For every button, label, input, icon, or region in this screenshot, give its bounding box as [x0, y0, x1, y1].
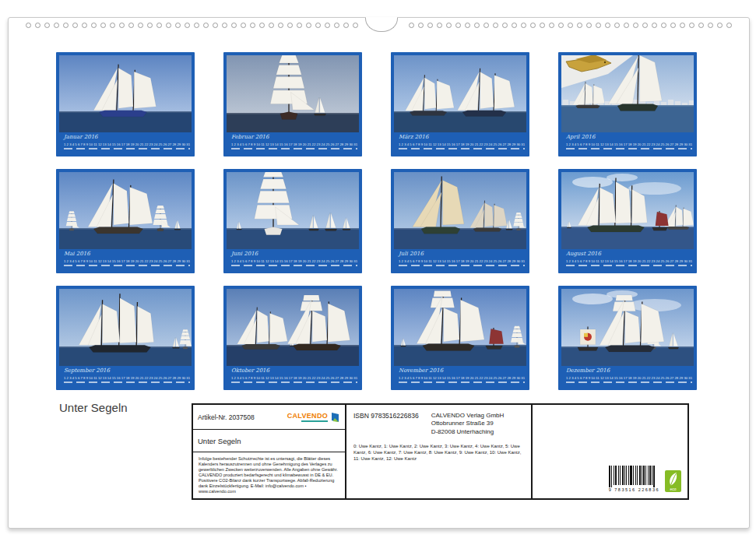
month-strip: Oktober 2016 1 2 3 4 5 6 7 8 9 10 11 12 … [227, 366, 359, 390]
binding-hole [474, 23, 480, 28]
binding-hole [512, 23, 517, 28]
binding-hole [315, 23, 321, 28]
binding-hole [194, 23, 199, 28]
calvendo-logo-text: CALVENDO [287, 413, 328, 422]
binding-hole [521, 23, 526, 28]
binding-hole [119, 23, 125, 28]
month-card: Mai 2016 1 2 3 4 5 6 7 8 9 10 11 12 13 1… [56, 169, 195, 273]
month-week-marks [566, 382, 692, 383]
binding-hole [596, 23, 601, 28]
month-card: April 2016 1 2 3 4 5 6 7 8 9 10 11 12 13… [558, 52, 697, 156]
month-strip: Januar 2016 1 2 3 4 5 6 7 8 9 10 11 12 1… [59, 132, 192, 156]
month-strip: Mai 2016 1 2 3 4 5 6 7 8 9 10 11 12 13 1… [59, 249, 192, 273]
month-strip: September 2016 1 2 3 4 5 6 7 8 9 10 11 1… [59, 366, 192, 390]
binding-hole [147, 23, 153, 28]
month-label: Juli 2016 [399, 250, 522, 258]
month-strip: November 2016 1 2 3 4 5 6 7 8 9 10 11 12… [394, 366, 526, 390]
month-photo-svg [561, 172, 694, 249]
binding-hole [138, 23, 143, 28]
month-label: November 2016 [399, 367, 522, 374]
binding-hole [325, 23, 330, 28]
month-photo [394, 289, 526, 366]
month-strip: Dezember 2016 1 2 3 4 5 6 7 8 9 10 11 12… [561, 366, 694, 390]
calvendo-tagline-mark [301, 420, 328, 422]
month-week-marks [399, 382, 525, 383]
publisher-line: D-82008 Unterhaching [431, 428, 505, 436]
binding-hole [91, 23, 97, 28]
binding-hole [652, 23, 657, 28]
binding-hole [633, 23, 638, 28]
binding-hole [437, 23, 442, 28]
month-strip: Juni 2016 1 2 3 4 5 6 7 8 9 10 11 12 13 … [227, 249, 359, 273]
binding-hole [287, 23, 293, 28]
page-title: Unter Segeln [59, 401, 128, 414]
month-week-marks [231, 382, 357, 383]
month-photo [561, 289, 694, 366]
month-days: 1 2 3 4 5 6 7 8 9 10 11 12 13 14 15 16 1… [566, 376, 690, 380]
month-card: Juli 2016 1 2 3 4 5 6 7 8 9 10 11 12 13 … [391, 169, 529, 273]
month-days: 1 2 3 4 5 6 7 8 9 10 11 12 13 14 15 16 1… [399, 259, 522, 263]
binding-hole [82, 23, 87, 28]
binding-hole [455, 23, 461, 28]
month-photo-svg [394, 55, 526, 132]
month-label: Mai 2016 [64, 250, 188, 258]
binding-hole [483, 23, 489, 28]
month-week-marks [64, 265, 190, 266]
month-strip: März 2016 1 2 3 4 5 6 7 8 9 10 11 12 13 … [394, 132, 526, 156]
binding-hole [156, 23, 162, 28]
month-card: September 2016 1 2 3 4 5 6 7 8 9 10 11 1… [56, 286, 195, 390]
month-week-marks [399, 148, 525, 149]
month-week-marks [64, 148, 190, 149]
binding-hole [278, 23, 283, 28]
month-week-marks [566, 148, 692, 149]
binding-hole [502, 23, 508, 28]
month-days: 1 2 3 4 5 6 7 8 9 10 11 12 13 14 15 16 1… [64, 142, 188, 146]
barcode-bars [609, 466, 659, 487]
month-card: Januar 2016 1 2 3 4 5 6 7 8 9 10 11 12 1… [56, 52, 195, 156]
binding-hole [726, 23, 732, 28]
month-photo [561, 55, 694, 132]
legal-text: Infolge bestehender Schutzrechte ist es … [193, 452, 345, 498]
month-label: Oktober 2016 [231, 367, 355, 374]
calvendo-logo: CALVENDO [287, 412, 340, 423]
month-strip: Februar 2016 1 2 3 4 5 6 7 8 9 10 11 12 … [227, 132, 359, 156]
isbn-number: ISBN 9783516226836 [353, 412, 419, 436]
calendar-title: Unter Segeln [198, 437, 241, 445]
month-days: 1 2 3 4 5 6 7 8 9 10 11 12 13 14 15 16 1… [566, 142, 690, 146]
binding-hole [624, 23, 629, 28]
binding-hole [334, 23, 339, 28]
eco-leaf-icon [665, 470, 681, 488]
month-card: Oktober 2016 1 2 3 4 5 6 7 8 9 10 11 12 … [223, 286, 362, 390]
artikel-row: Artikel-Nr. 2037508 CALVENDO [193, 405, 345, 430]
info-box-left-column: Artikel-Nr. 2037508 CALVENDO Unter Segel… [193, 405, 346, 498]
month-photo [227, 289, 359, 366]
binding-hole [418, 23, 424, 28]
binding-hole [250, 23, 255, 28]
barcode: 9 783516 226836 [609, 466, 659, 492]
binding-hole [353, 23, 358, 28]
binding-hole [680, 23, 685, 28]
calendar-title-cell: Unter Segeln [193, 430, 345, 452]
calvendo-brand-name: CALVENDO [287, 413, 328, 420]
publisher-line: CALVENDO Verlag GmbH [431, 412, 505, 420]
binding-hole [549, 23, 554, 28]
month-photo [394, 172, 526, 249]
month-photo-svg [561, 55, 694, 132]
binding-hole [558, 23, 564, 28]
binding-hole [222, 23, 227, 28]
month-days: 1 2 3 4 5 6 7 8 9 10 11 12 13 14 15 16 1… [399, 142, 522, 146]
hanging-notch [365, 17, 398, 32]
artikel-number: Artikel-Nr. 2037508 [198, 413, 255, 421]
binding-hole [586, 23, 592, 28]
binding-hole [605, 23, 610, 28]
month-strip: Juli 2016 1 2 3 4 5 6 7 8 9 10 11 12 13 … [394, 249, 526, 273]
month-photo [59, 55, 192, 132]
binding-hole [63, 23, 69, 28]
month-strip: August 2016 1 2 3 4 5 6 7 8 9 10 11 12 1… [561, 249, 694, 273]
binding-hole [269, 23, 274, 28]
month-days: 1 2 3 4 5 6 7 8 9 10 11 12 13 14 15 16 1… [231, 142, 355, 146]
binding-hole [128, 23, 134, 28]
binding-hole [213, 23, 218, 28]
month-week-marks [64, 382, 190, 383]
calvendo-logo-icon [330, 412, 340, 423]
